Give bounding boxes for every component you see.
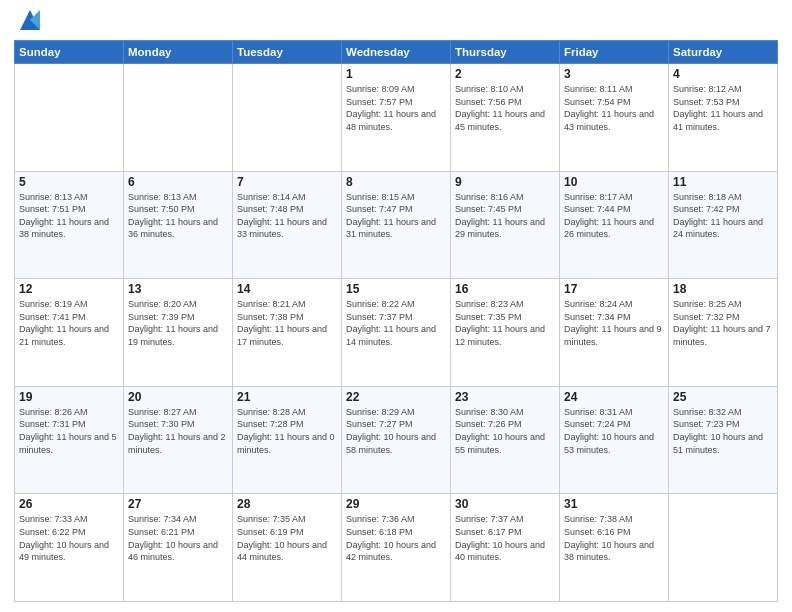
calendar-cell: 17Sunrise: 8:24 AM Sunset: 7:34 PM Dayli… [560, 279, 669, 387]
calendar-cell: 13Sunrise: 8:20 AM Sunset: 7:39 PM Dayli… [124, 279, 233, 387]
day-info: Sunrise: 8:22 AM Sunset: 7:37 PM Dayligh… [346, 298, 446, 348]
day-info: Sunrise: 8:27 AM Sunset: 7:30 PM Dayligh… [128, 406, 228, 456]
day-info: Sunrise: 8:20 AM Sunset: 7:39 PM Dayligh… [128, 298, 228, 348]
calendar-cell: 28Sunrise: 7:35 AM Sunset: 6:19 PM Dayli… [233, 494, 342, 602]
calendar-week-row: 26Sunrise: 7:33 AM Sunset: 6:22 PM Dayli… [15, 494, 778, 602]
day-info: Sunrise: 7:38 AM Sunset: 6:16 PM Dayligh… [564, 513, 664, 563]
day-number: 4 [673, 67, 773, 81]
calendar-cell: 26Sunrise: 7:33 AM Sunset: 6:22 PM Dayli… [15, 494, 124, 602]
day-number: 30 [455, 497, 555, 511]
day-info: Sunrise: 8:31 AM Sunset: 7:24 PM Dayligh… [564, 406, 664, 456]
calendar-cell [15, 64, 124, 172]
day-info: Sunrise: 7:35 AM Sunset: 6:19 PM Dayligh… [237, 513, 337, 563]
day-number: 23 [455, 390, 555, 404]
calendar-cell: 23Sunrise: 8:30 AM Sunset: 7:26 PM Dayli… [451, 386, 560, 494]
day-info: Sunrise: 8:18 AM Sunset: 7:42 PM Dayligh… [673, 191, 773, 241]
calendar-cell: 31Sunrise: 7:38 AM Sunset: 6:16 PM Dayli… [560, 494, 669, 602]
day-info: Sunrise: 8:19 AM Sunset: 7:41 PM Dayligh… [19, 298, 119, 348]
day-number: 7 [237, 175, 337, 189]
day-number: 9 [455, 175, 555, 189]
day-number: 21 [237, 390, 337, 404]
day-number: 8 [346, 175, 446, 189]
day-number: 10 [564, 175, 664, 189]
calendar-cell: 14Sunrise: 8:21 AM Sunset: 7:38 PM Dayli… [233, 279, 342, 387]
calendar-cell: 27Sunrise: 7:34 AM Sunset: 6:21 PM Dayli… [124, 494, 233, 602]
calendar-cell: 4Sunrise: 8:12 AM Sunset: 7:53 PM Daylig… [669, 64, 778, 172]
day-info: Sunrise: 8:15 AM Sunset: 7:47 PM Dayligh… [346, 191, 446, 241]
calendar-cell: 8Sunrise: 8:15 AM Sunset: 7:47 PM Daylig… [342, 171, 451, 279]
calendar-cell: 30Sunrise: 7:37 AM Sunset: 6:17 PM Dayli… [451, 494, 560, 602]
calendar-cell: 1Sunrise: 8:09 AM Sunset: 7:57 PM Daylig… [342, 64, 451, 172]
day-number: 19 [19, 390, 119, 404]
day-number: 27 [128, 497, 228, 511]
day-info: Sunrise: 8:21 AM Sunset: 7:38 PM Dayligh… [237, 298, 337, 348]
calendar-cell: 11Sunrise: 8:18 AM Sunset: 7:42 PM Dayli… [669, 171, 778, 279]
calendar-cell [233, 64, 342, 172]
day-number: 31 [564, 497, 664, 511]
calendar-cell: 21Sunrise: 8:28 AM Sunset: 7:28 PM Dayli… [233, 386, 342, 494]
calendar-cell: 9Sunrise: 8:16 AM Sunset: 7:45 PM Daylig… [451, 171, 560, 279]
day-info: Sunrise: 8:28 AM Sunset: 7:28 PM Dayligh… [237, 406, 337, 456]
day-number: 12 [19, 282, 119, 296]
day-info: Sunrise: 8:29 AM Sunset: 7:27 PM Dayligh… [346, 406, 446, 456]
calendar-week-row: 19Sunrise: 8:26 AM Sunset: 7:31 PM Dayli… [15, 386, 778, 494]
calendar-day-header: Sunday [15, 41, 124, 64]
calendar-cell: 10Sunrise: 8:17 AM Sunset: 7:44 PM Dayli… [560, 171, 669, 279]
day-info: Sunrise: 8:30 AM Sunset: 7:26 PM Dayligh… [455, 406, 555, 456]
day-info: Sunrise: 8:16 AM Sunset: 7:45 PM Dayligh… [455, 191, 555, 241]
day-number: 14 [237, 282, 337, 296]
calendar-cell: 3Sunrise: 8:11 AM Sunset: 7:54 PM Daylig… [560, 64, 669, 172]
calendar-table: SundayMondayTuesdayWednesdayThursdayFrid… [14, 40, 778, 602]
day-info: Sunrise: 8:24 AM Sunset: 7:34 PM Dayligh… [564, 298, 664, 348]
calendar-week-row: 1Sunrise: 8:09 AM Sunset: 7:57 PM Daylig… [15, 64, 778, 172]
calendar-cell: 22Sunrise: 8:29 AM Sunset: 7:27 PM Dayli… [342, 386, 451, 494]
day-info: Sunrise: 8:26 AM Sunset: 7:31 PM Dayligh… [19, 406, 119, 456]
calendar-cell [669, 494, 778, 602]
day-info: Sunrise: 7:33 AM Sunset: 6:22 PM Dayligh… [19, 513, 119, 563]
calendar-header-row: SundayMondayTuesdayWednesdayThursdayFrid… [15, 41, 778, 64]
calendar-cell: 25Sunrise: 8:32 AM Sunset: 7:23 PM Dayli… [669, 386, 778, 494]
day-info: Sunrise: 8:13 AM Sunset: 7:50 PM Dayligh… [128, 191, 228, 241]
logo [14, 10, 44, 34]
calendar-week-row: 12Sunrise: 8:19 AM Sunset: 7:41 PM Dayli… [15, 279, 778, 387]
day-number: 28 [237, 497, 337, 511]
day-number: 17 [564, 282, 664, 296]
calendar-cell: 12Sunrise: 8:19 AM Sunset: 7:41 PM Dayli… [15, 279, 124, 387]
day-number: 11 [673, 175, 773, 189]
day-info: Sunrise: 8:11 AM Sunset: 7:54 PM Dayligh… [564, 83, 664, 133]
calendar-week-row: 5Sunrise: 8:13 AM Sunset: 7:51 PM Daylig… [15, 171, 778, 279]
day-number: 1 [346, 67, 446, 81]
day-info: Sunrise: 8:25 AM Sunset: 7:32 PM Dayligh… [673, 298, 773, 348]
day-info: Sunrise: 8:14 AM Sunset: 7:48 PM Dayligh… [237, 191, 337, 241]
day-info: Sunrise: 8:17 AM Sunset: 7:44 PM Dayligh… [564, 191, 664, 241]
calendar-cell: 20Sunrise: 8:27 AM Sunset: 7:30 PM Dayli… [124, 386, 233, 494]
day-info: Sunrise: 8:13 AM Sunset: 7:51 PM Dayligh… [19, 191, 119, 241]
day-number: 5 [19, 175, 119, 189]
day-info: Sunrise: 8:32 AM Sunset: 7:23 PM Dayligh… [673, 406, 773, 456]
calendar-day-header: Monday [124, 41, 233, 64]
page: SundayMondayTuesdayWednesdayThursdayFrid… [0, 0, 792, 612]
day-number: 18 [673, 282, 773, 296]
day-number: 16 [455, 282, 555, 296]
day-info: Sunrise: 8:23 AM Sunset: 7:35 PM Dayligh… [455, 298, 555, 348]
header [14, 10, 778, 34]
day-info: Sunrise: 8:10 AM Sunset: 7:56 PM Dayligh… [455, 83, 555, 133]
day-number: 6 [128, 175, 228, 189]
calendar-cell: 5Sunrise: 8:13 AM Sunset: 7:51 PM Daylig… [15, 171, 124, 279]
day-number: 3 [564, 67, 664, 81]
logo-icon [16, 6, 44, 34]
calendar-cell: 29Sunrise: 7:36 AM Sunset: 6:18 PM Dayli… [342, 494, 451, 602]
day-number: 26 [19, 497, 119, 511]
day-number: 29 [346, 497, 446, 511]
day-number: 24 [564, 390, 664, 404]
calendar-cell: 18Sunrise: 8:25 AM Sunset: 7:32 PM Dayli… [669, 279, 778, 387]
calendar-cell: 16Sunrise: 8:23 AM Sunset: 7:35 PM Dayli… [451, 279, 560, 387]
day-number: 13 [128, 282, 228, 296]
day-info: Sunrise: 8:12 AM Sunset: 7:53 PM Dayligh… [673, 83, 773, 133]
calendar-day-header: Wednesday [342, 41, 451, 64]
day-number: 2 [455, 67, 555, 81]
day-number: 15 [346, 282, 446, 296]
day-info: Sunrise: 7:36 AM Sunset: 6:18 PM Dayligh… [346, 513, 446, 563]
day-number: 25 [673, 390, 773, 404]
calendar-cell: 15Sunrise: 8:22 AM Sunset: 7:37 PM Dayli… [342, 279, 451, 387]
